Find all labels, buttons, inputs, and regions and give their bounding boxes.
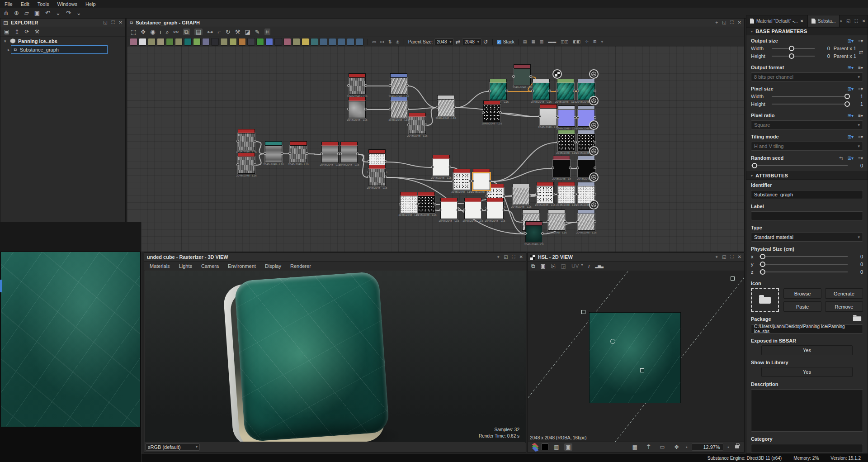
node-library-icon-25[interactable] <box>356 38 363 46</box>
image-view-icon[interactable]: ▣ <box>564 443 572 451</box>
random-seed-slider[interactable] <box>751 165 848 166</box>
graph-canvas[interactable]: 2048x2048 - L16 2048x2048 - L16 2048x204… <box>127 46 744 252</box>
colorspace-dropdown[interactable]: sRGB (default)▾ <box>146 443 200 451</box>
tab-substance-graph[interactable]: Substa... <box>808 15 840 27</box>
menu-tools[interactable]: Tools <box>38 1 49 7</box>
view3d-viewport[interactable]: Samples: 32 Render Time: 0.62 s <box>145 271 526 443</box>
toolbar-icon-2[interactable]: ▱ <box>24 10 29 16</box>
icon-dropzone[interactable] <box>751 288 779 312</box>
tiling-icon[interactable]: ▥ <box>554 444 559 450</box>
description-field[interactable] <box>751 389 863 432</box>
graph-node[interactable]: 2048x2048 - L16 <box>418 192 435 213</box>
output-format-dropdown[interactable]: 8 bits per channel▾ <box>751 72 863 81</box>
graph-node[interactable]: 2048x2048 - L16 <box>390 73 407 95</box>
align-icon-7[interactable]: ⊞ <box>593 39 597 44</box>
paste-button[interactable]: Paste <box>783 301 821 312</box>
graph-tool-6[interactable]: ⧉ <box>183 29 190 35</box>
graph-extra-icon-0[interactable]: ▭ <box>372 39 376 44</box>
close-icon[interactable]: ✕ <box>738 254 741 260</box>
menu-display[interactable]: Display <box>265 263 281 269</box>
menu-materials[interactable]: Materials <box>150 263 170 269</box>
maximize-icon[interactable]: ⛶ <box>731 20 734 25</box>
toolbar-icon-0[interactable]: ⋔ <box>4 10 9 16</box>
pin-icon[interactable]: ⌖ <box>497 254 500 260</box>
graph-node[interactable]: 2048x2048 - L16 <box>409 113 426 134</box>
parent-size-dropdown[interactable]: 2048▾ <box>434 38 453 45</box>
function-icon[interactable]: ⊞▾ <box>848 156 854 161</box>
node-library-icon-7[interactable] <box>193 38 201 46</box>
size2-dropdown[interactable]: 2048▾ <box>462 38 481 45</box>
graph-tool-4[interactable]: ⌕ <box>165 29 169 35</box>
graph-node[interactable]: 2048x2048 - L16 <box>290 141 307 162</box>
node-library-icon-8[interactable] <box>202 38 210 46</box>
function-icon[interactable]: ⊞▾ <box>848 65 854 70</box>
transform-handle[interactable] <box>640 368 644 372</box>
graph-node[interactable]: 2048x2048 - C8 <box>525 221 542 243</box>
channels-icon[interactable] <box>532 444 539 450</box>
base-parameters-section[interactable]: ▾BASE PARAMETERS <box>746 27 868 35</box>
output-height-slider[interactable] <box>772 56 815 57</box>
align-icon-0[interactable]: ▤ <box>523 39 527 44</box>
menu-help[interactable]: Help <box>85 1 96 7</box>
graph-node[interactable]: 2048x2048 - L8 <box>553 156 570 177</box>
graph-node[interactable]: 2048x2048 - L16 <box>368 165 386 186</box>
stack-checkbox[interactable]: ✓ <box>497 40 501 44</box>
fit-icon[interactable]: ▭ <box>660 444 665 450</box>
attributes-section[interactable]: ▾ATTRIBUTES <box>746 171 868 180</box>
menu-environment[interactable]: Environment <box>228 263 256 269</box>
function-icon[interactable]: ⊞▾ <box>848 134 854 139</box>
graph-tool-7[interactable]: ▤ <box>194 29 203 35</box>
close-icon[interactable]: ✕ <box>519 254 523 260</box>
node-library-icon-17[interactable] <box>283 38 291 46</box>
output-width-slider[interactable] <box>772 48 815 49</box>
node-library-icon-11[interactable] <box>229 38 237 46</box>
node-library-icon-5[interactable] <box>175 38 183 46</box>
maximize-icon[interactable]: ⛶ <box>731 254 734 260</box>
graph-node[interactable]: 2048x2048 - C16 <box>557 79 574 100</box>
graph-node[interactable]: 2048x2048 - L16 <box>486 198 504 219</box>
graph-node[interactable]: 2048x2048 - L16 <box>513 184 530 205</box>
graph-tool-13[interactable]: ✎ <box>255 29 260 35</box>
graph-node[interactable]: 2048x2048 - L16 <box>349 97 366 118</box>
menu-lights[interactable]: Lights <box>179 263 192 269</box>
grid-icon[interactable]: ▦ <box>632 444 637 450</box>
preset-icon[interactable]: ≡▾ <box>858 156 863 161</box>
category-field[interactable] <box>751 444 863 453</box>
graph-node[interactable]: 2048x2048 - L16 <box>537 182 554 203</box>
preset-icon[interactable]: ≡▾ <box>858 65 863 70</box>
node-library-icon-15[interactable] <box>265 38 273 46</box>
align-icon-6[interactable]: ⊹ <box>585 39 589 44</box>
graph-tool-10[interactable]: ↻ <box>226 29 231 35</box>
preset-icon[interactable]: ≡▾ <box>858 113 863 118</box>
copy-icon[interactable]: ⎘ <box>551 263 556 269</box>
toolbar-icon-1[interactable]: ⊕ <box>14 10 19 16</box>
graph-node[interactable]: 2048x2048 - L16 <box>473 169 490 190</box>
function-icon[interactable]: ⊞▾ <box>848 38 854 43</box>
menu-camera[interactable]: Camera <box>201 263 219 269</box>
graph-node[interactable]: 2048x2048 - L16 <box>464 198 481 219</box>
physical-z-slider[interactable] <box>759 271 848 272</box>
package-path-field[interactable]: C:/Users/juann/Desktop/Panning Ice/Panni… <box>751 324 863 333</box>
node-library-icon-18[interactable] <box>292 38 300 46</box>
view2d-viewport[interactable]: 2048 x 2048 (RGBA, 16bpc) <box>528 271 744 443</box>
node-library-icon-23[interactable] <box>338 38 345 46</box>
align-icon-2[interactable]: ▥ <box>540 39 544 44</box>
graph-node[interactable]: 2048x2048 - L16 <box>483 100 500 122</box>
graph-node[interactable]: 2048x2048 - L16 <box>238 129 255 150</box>
graph-node[interactable]: 2048x2048 - L16 <box>265 141 282 162</box>
floating-preview-header[interactable] <box>0 222 141 252</box>
menu-edit[interactable]: Edit <box>21 1 29 7</box>
reset-size-button[interactable]: ↺ <box>483 39 488 45</box>
close-icon[interactable]: ✕ <box>738 20 741 25</box>
graph-tool-8[interactable]: ⊶ <box>207 29 213 35</box>
float-icon[interactable]: ◱ <box>504 254 508 260</box>
graph-tool-12[interactable]: ◪ <box>245 29 250 35</box>
graph-node[interactable]: 2048x2048 - L16 <box>540 104 557 125</box>
align-icon-5[interactable]: ◧◧ <box>573 39 580 44</box>
node-library-icon-4[interactable] <box>166 38 174 46</box>
function-icon[interactable]: ⊞▾ <box>848 113 854 118</box>
browse-button[interactable]: Browse <box>783 288 821 299</box>
package-row[interactable]: ▾ Panning ice..sbs <box>0 37 125 45</box>
close-icon[interactable]: ✕ <box>862 19 866 24</box>
info-icon[interactable]: i <box>589 263 590 269</box>
